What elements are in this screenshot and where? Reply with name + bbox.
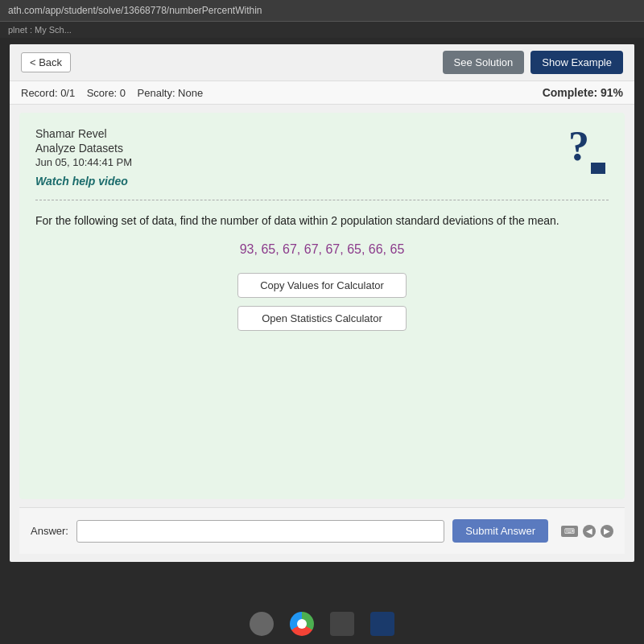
- next-nav-icon[interactable]: ▶: [601, 525, 613, 538]
- content-area: ? Shamar Revel Analyze Datasets Jun 05, …: [19, 113, 625, 499]
- home-icon[interactable]: [250, 612, 274, 636]
- score-label: Score: 0: [87, 87, 126, 99]
- status-bar: Record: 0/1 Score: 0 Penalty: None Compl…: [10, 81, 634, 105]
- chrome-icon[interactable]: [290, 612, 314, 636]
- prev-nav-icon[interactable]: ◀: [583, 525, 596, 538]
- submit-answer-button[interactable]: Submit Answer: [452, 519, 548, 543]
- record-label: Record: 0/1: [21, 87, 75, 99]
- complete-text: Complete: 91%: [543, 86, 623, 99]
- calculator-buttons-group: Copy Values for Calculator Open Statisti…: [35, 273, 609, 331]
- browser-bottom-bar: [0, 604, 644, 644]
- penalty-label: Penalty: None: [138, 87, 204, 99]
- open-statistics-button[interactable]: Open Statistics Calculator: [237, 306, 407, 331]
- answer-input[interactable]: [76, 520, 444, 543]
- student-name: Shamar Revel: [35, 127, 609, 140]
- see-solution-button[interactable]: See Solution: [443, 51, 525, 74]
- icon-area: ⌨ ◀ ▶: [561, 525, 613, 538]
- url-bar: ath.com/app/student/solve/13668778/numbe…: [0, 0, 644, 22]
- action-bar: < Back See Solution Show Example: [10, 44, 634, 81]
- show-example-button[interactable]: Show Example: [530, 51, 623, 74]
- divider: [35, 200, 609, 200]
- answer-area: Answer: Submit Answer ⌨ ◀ ▶: [19, 507, 625, 554]
- data-values: 93, 65, 67, 67, 67, 65, 66, 65: [35, 242, 609, 257]
- app-icon[interactable]: [370, 612, 394, 636]
- copy-values-button[interactable]: Copy Values for Calculator: [237, 273, 407, 298]
- help-icon: ?: [568, 126, 609, 170]
- date-time-label: Jun 05, 10:44:41 PM: [35, 156, 609, 168]
- files-icon[interactable]: [330, 612, 354, 636]
- top-buttons-group: See Solution Show Example: [443, 51, 623, 74]
- subject-label: Analyze Datasets: [35, 142, 609, 155]
- problem-text: For the following set of data, find the …: [35, 212, 609, 229]
- back-button[interactable]: < Back: [21, 52, 71, 72]
- app-container: < Back See Solution Show Example Record:…: [10, 44, 634, 562]
- answer-label: Answer:: [31, 525, 68, 537]
- record-score-penalty: Record: 0/1 Score: 0 Penalty: None: [21, 87, 203, 99]
- watch-help-link[interactable]: Watch help video: [35, 175, 128, 188]
- keyboard-icon[interactable]: ⌨: [561, 526, 578, 537]
- tab-bar: plnet : My Sch...: [0, 22, 644, 38]
